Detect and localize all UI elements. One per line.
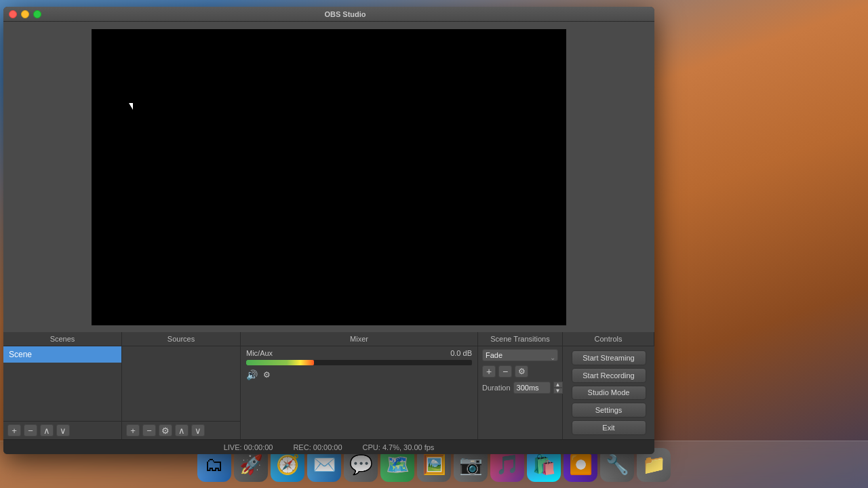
transitions-panel: Fade Cut + − ⚙ Duration ▲ ▼: [478, 346, 563, 439]
mixer-controls: 🔊 ⚙: [246, 369, 472, 380]
mixer-settings-icon[interactable]: ⚙: [263, 370, 271, 380]
scene-item-scene[interactable]: Scene: [3, 346, 121, 363]
transition-remove-button[interactable]: −: [498, 365, 512, 378]
duration-spinner: ▲ ▼: [553, 382, 563, 394]
channel-db: 0.0 dB: [450, 349, 472, 357]
bottom-panels: Scenes Sources Mixer Scene Transitions C…: [3, 332, 654, 454]
sources-empty: [122, 346, 240, 421]
cursor-indicator: [129, 103, 133, 110]
duration-label: Duration: [482, 384, 511, 392]
preview-area: [3, 22, 654, 332]
mixer-panel-header: Mixer: [241, 332, 478, 346]
transition-select[interactable]: Fade Cut: [482, 349, 558, 361]
sources-panel: + − ⚙ ∧ ∨: [122, 346, 241, 439]
mute-icon[interactable]: 🔊: [246, 369, 258, 380]
settings-button[interactable]: Settings: [572, 403, 646, 418]
duration-row: Duration ▲ ▼: [482, 382, 558, 394]
start-streaming-button[interactable]: Start Streaming: [572, 350, 646, 365]
sources-down-button[interactable]: ∨: [191, 424, 205, 436]
transition-add-button[interactable]: +: [482, 365, 496, 378]
mixer-bar-fill: [246, 360, 314, 365]
controls-panel: Start Streaming Start Recording Studio M…: [563, 346, 654, 439]
status-cpu: CPU: 4.7%, 30.00 fps: [363, 443, 435, 451]
mixer-channel-micaux: Mic/Aux 0.0 dB 🔊 ⚙: [246, 349, 472, 380]
duration-up-button[interactable]: ▲: [553, 382, 563, 388]
status-rec: REC: 00:00:00: [293, 443, 342, 451]
scenes-up-button[interactable]: ∧: [40, 424, 54, 436]
sources-settings-button[interactable]: ⚙: [159, 424, 172, 436]
start-recording-button[interactable]: Start Recording: [572, 368, 646, 383]
panels-content: Scene + − ∧ ∨ + − ⚙ ∧ ∨: [3, 346, 654, 439]
scenes-footer: + − ∧ ∨: [3, 421, 121, 439]
close-button[interactable]: [9, 10, 17, 18]
transitions-panel-header: Scene Transitions: [478, 332, 563, 346]
maximize-button[interactable]: [33, 10, 41, 18]
sources-up-button[interactable]: ∧: [175, 424, 189, 436]
scenes-down-button[interactable]: ∨: [56, 424, 70, 436]
scenes-empty: [3, 363, 121, 421]
mixer-bar-container: [246, 360, 472, 365]
channel-name: Mic/Aux: [246, 349, 273, 357]
sources-remove-button[interactable]: −: [142, 424, 156, 436]
preview-canvas: [92, 29, 566, 325]
obs-window: OBS Studio Scenes Sources Mixer Scene Tr…: [3, 7, 654, 454]
studio-mode-button[interactable]: Studio Mode: [572, 386, 646, 401]
window-title: OBS Studio: [41, 10, 649, 18]
sources-panel-header: Sources: [122, 332, 241, 346]
sources-add-button[interactable]: +: [126, 424, 140, 436]
scenes-panel-header: Scenes: [3, 332, 122, 346]
sources-footer: + − ⚙ ∧ ∨: [122, 421, 240, 439]
scenes-remove-button[interactable]: −: [24, 424, 37, 436]
transition-settings-button[interactable]: ⚙: [515, 365, 528, 378]
minimize-button[interactable]: [21, 10, 29, 18]
status-bar: LIVE: 00:00:00 REC: 00:00:00 CPU: 4.7%, …: [3, 439, 654, 454]
scenes-panel: Scene + − ∧ ∨: [3, 346, 122, 439]
exit-button[interactable]: Exit: [572, 420, 646, 435]
transition-select-wrapper: Fade Cut: [482, 349, 558, 365]
scenes-add-button[interactable]: +: [7, 424, 21, 436]
title-bar: OBS Studio: [3, 7, 654, 22]
panels-header: Scenes Sources Mixer Scene Transitions C…: [3, 332, 654, 346]
status-live: LIVE: 00:00:00: [224, 443, 273, 451]
mixer-channel-header: Mic/Aux 0.0 dB: [246, 349, 472, 357]
controls-panel-header: Controls: [563, 332, 654, 346]
duration-input[interactable]: [513, 382, 551, 394]
mixer-panel: Mic/Aux 0.0 dB 🔊 ⚙: [241, 346, 478, 439]
traffic-lights: [9, 10, 41, 18]
transition-buttons: + − ⚙: [482, 365, 558, 378]
duration-down-button[interactable]: ▼: [553, 388, 563, 394]
